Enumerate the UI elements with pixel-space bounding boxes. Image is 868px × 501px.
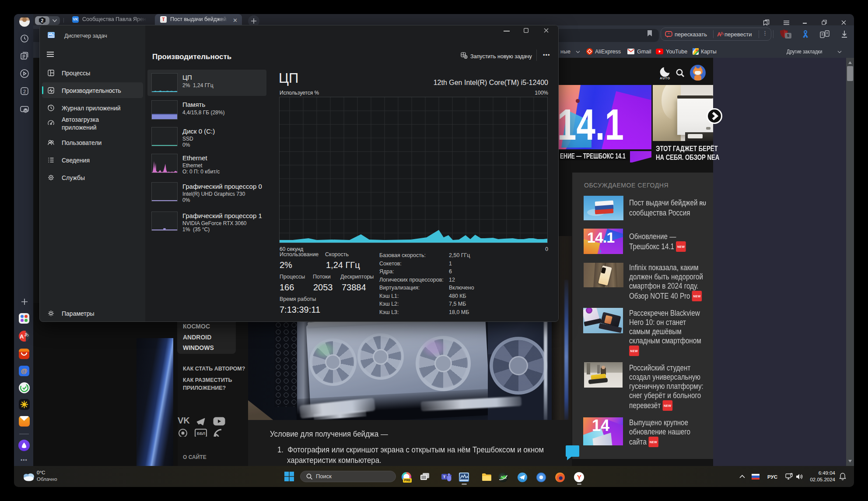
svg-text:2: 2 bbox=[23, 89, 26, 94]
svg-text:ББЛ: ББЛ bbox=[197, 431, 205, 436]
svg-text:T: T bbox=[443, 475, 446, 479]
svg-text:あ: あ bbox=[720, 31, 724, 35]
svg-text:VK: VK bbox=[178, 416, 190, 425]
svg-text:2: 2 bbox=[41, 18, 44, 23]
svg-text:“: “ bbox=[668, 32, 670, 36]
